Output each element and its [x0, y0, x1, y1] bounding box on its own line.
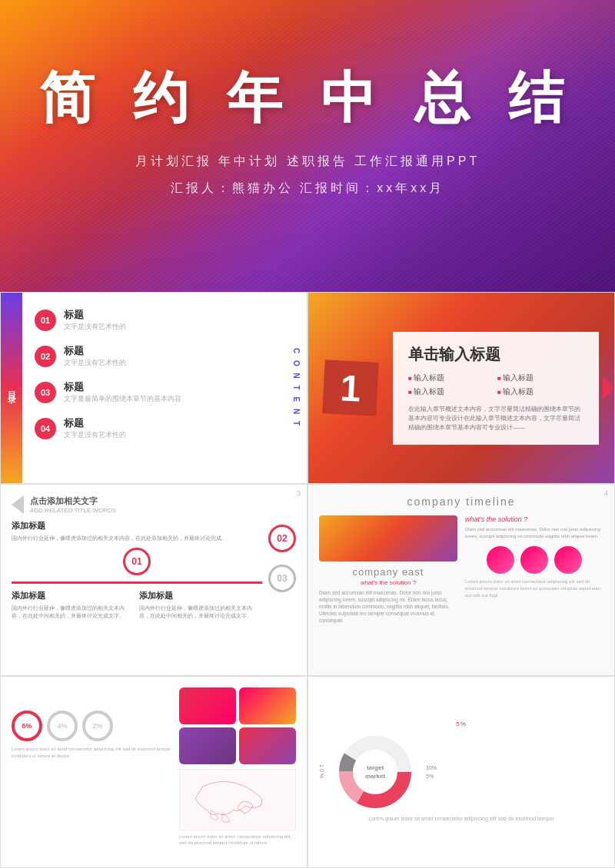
- slide5-footer-text: Lorem ipsum dolor sit amet, consectetur …: [179, 833, 296, 846]
- section-number-box: 1: [322, 359, 379, 416]
- circle-01: 01: [123, 548, 151, 575]
- toc-side-label: C O N T E N T: [292, 348, 301, 428]
- bullet-1: 输入标题: [408, 373, 494, 383]
- content-top-title: 点击添加相关文字: [30, 495, 116, 507]
- slide-market: 5% 10% target market 10% 5%: [308, 676, 615, 868]
- content-top-bar: 点击添加相关文字 ADD RELATED TITLE WORDS: [12, 495, 296, 514]
- donut-center-label: target market: [356, 764, 394, 780]
- map-svg: [180, 771, 295, 829]
- grid-icon-2: [239, 687, 296, 724]
- section-content: 单击输入标题 输入标题 输入标题 输入标题 输入标题 在此输入章节概述文本内容，…: [393, 332, 599, 445]
- section-bullets: 输入标题 输入标题 输入标题 输入标题: [408, 373, 583, 397]
- company-image: [319, 515, 457, 562]
- slide-toc: 目录 C O N T E N T 01 标题 文字是没有艺术性的 02 标题 文…: [0, 292, 308, 484]
- grid-icon-1: [179, 687, 236, 724]
- back-arrow-icon: [12, 495, 24, 514]
- toc-item-sub-3: 文字量最简单的围绕本章节的基本内容: [64, 394, 181, 404]
- circle-02: 02: [268, 525, 296, 552]
- section-number: 1: [339, 366, 362, 409]
- section-title: 单击输入标题: [408, 344, 583, 365]
- section-arrow: [603, 376, 614, 399]
- slide-timeline: 4 company timeline company east what's t…: [308, 484, 615, 676]
- toc-item-title-4: 标题: [64, 416, 126, 430]
- col2-title: 添加标题: [12, 590, 135, 601]
- toc-left-label: 目录: [6, 385, 18, 391]
- timeline-body: company east what's the solution ? Diam …: [319, 515, 603, 624]
- pink-circle-2: [520, 546, 548, 574]
- hero-title: 简 约 年 中 总 结: [0, 61, 615, 135]
- right-solution-text: Diam sed accumsan elit maecenas. Dolor n…: [465, 526, 603, 540]
- toc-item-1: 01 标题 文字是没有艺术性的: [35, 308, 294, 332]
- toc-item-title-1: 标题: [64, 308, 126, 322]
- col3-title: 添加标题: [139, 590, 262, 601]
- bullet-3: 输入标题: [408, 386, 494, 397]
- mkt-pct3: 5%: [426, 774, 437, 779]
- market-label-left: 10%: [319, 764, 324, 780]
- gauge-outer-2: 4%: [47, 711, 78, 741]
- hero-overlay: [0, 0, 615, 292]
- company-solution: what's the solution ?: [319, 579, 457, 586]
- timeline-right: what's the solution ? Diam sed accumsan …: [465, 515, 603, 624]
- data-right-col: Lorem ipsum dolor sit amet, consectetur …: [179, 687, 296, 856]
- gauge-outer-3: 2%: [82, 711, 113, 741]
- market-percent-top-left: 5%: [456, 721, 467, 727]
- hero-sub1: 月计划汇报 年中计划 述职报告 工作汇报通用PPT: [0, 154, 615, 170]
- col1-desc: 国内外行行业延伸，像喂虎添加过的相关文本内容，在此处添加相关的，并最终讨论完成。: [12, 535, 262, 543]
- gauge-val-2: 4%: [57, 722, 67, 730]
- content-layout: 添加标题 国内外行行业延伸，像喂虎添加过的相关文本内容，在此处添加相关的，并最终…: [12, 520, 296, 621]
- toc-num-4: 04: [35, 418, 56, 439]
- data-gauges-col: 6% 4% 2% Lorem ipsum dolor sit amet cons…: [12, 687, 171, 856]
- timeline-title: company timeline: [319, 495, 603, 508]
- gauge-row: 6% 4% 2%: [12, 711, 171, 741]
- right-solution-label: what's the solution ?: [465, 515, 603, 523]
- gauge-outer-1: 6%: [12, 711, 42, 741]
- toc-item-4: 04 标题 文字是没有艺术性的: [35, 416, 294, 440]
- circle-03: 03: [268, 565, 296, 592]
- timeline-left: company east what's the solution ? Diam …: [319, 515, 457, 624]
- section-desc: 在此输入章节概述文本内容，文字尽量简洁精确的围绕本章节的基本内容可专业设计在此输…: [408, 405, 583, 432]
- gauge-desc: Lorem ipsum dolor sit amet consectetur a…: [12, 746, 171, 760]
- pink-circle-3: [554, 546, 582, 574]
- mkt-pct2: 10%: [426, 765, 437, 770]
- company-desc: Diam sed accumsan elit maecenas. Dolor n…: [319, 589, 457, 624]
- page-num-4: 4: [604, 489, 608, 497]
- bullet-2: 输入标题: [497, 373, 583, 383]
- slide-section1: 1 单击输入标题 输入标题 输入标题 输入标题 输入标题 在此输入章节概述文本内…: [308, 292, 615, 484]
- hero-section: 简 约 年 中 总 结 月计划汇报 年中计划 述职报告 工作汇报通用PPT 汇报…: [0, 0, 615, 292]
- toc-num-3: 03: [35, 382, 56, 403]
- col2-desc: 国内外行行业延伸，像喂虎添加过的相关文本内容，在此处中间相关的，并最终讨论完成文…: [12, 605, 135, 621]
- gauge-1: 6%: [12, 711, 42, 741]
- toc-left-bar: 目录: [1, 293, 22, 483]
- col2-wrap: 添加标题 国内外行行业延伸，像喂虎添加过的相关文本内容，在此处中间相关的，并最终…: [12, 590, 135, 621]
- grid-icon-3: [179, 727, 236, 764]
- donut-chart: target market: [337, 734, 414, 810]
- bullet-4: 输入标题: [497, 386, 583, 397]
- content-col1: 添加标题 国内外行行业延伸，像喂虎添加过的相关文本内容，在此处添加相关的，并最终…: [12, 520, 262, 621]
- red-divider: [12, 581, 262, 584]
- market-right-labels: 10% 5%: [426, 765, 437, 779]
- toc-item-sub-2: 文字是没有艺术性的: [64, 358, 126, 368]
- toc-item-sub-1: 文字是没有艺术性的: [64, 322, 126, 332]
- circles-row: [465, 546, 603, 574]
- market-desc: Lorem ipsum dolor sit amet consectetur a…: [368, 815, 554, 823]
- circles-col: 02 03: [268, 520, 296, 621]
- gauge-val-3: 2%: [92, 722, 102, 730]
- slides-grid: 目录 C O N T E N T 01 标题 文字是没有艺术性的 02 标题 文…: [0, 292, 615, 868]
- toc-content: C O N T E N T 01 标题 文字是没有艺术性的 02 标题 文字是没…: [22, 293, 307, 483]
- page-num-3: 3: [297, 489, 301, 497]
- map-area: [179, 769, 296, 830]
- col1-title: 添加标题: [12, 520, 262, 532]
- toc-item-2: 02 标题 文字是没有艺术性的: [35, 344, 294, 368]
- market-row: 10% target market 10% 5%: [319, 734, 603, 810]
- bottom-row: 添加标题 国内外行行业延伸，像喂虎添加过的相关文本内容，在此处中间相关的，并最终…: [12, 590, 262, 621]
- gauge-2: 4%: [47, 711, 78, 741]
- hero-sub2: 汇报人：熊猫办公 汇报时间：xx年xx月: [0, 181, 615, 197]
- slide-data: 6% 4% 2% Lorem ipsum dolor sit amet cons…: [0, 676, 308, 868]
- toc-num-2: 02: [35, 346, 56, 367]
- content-top-sub: ADD RELATED TITLE WORDS: [30, 507, 116, 514]
- company-east-label: company east: [319, 566, 457, 578]
- toc-item-sub-4: 文字是没有艺术性的: [64, 430, 126, 440]
- icons-grid: [179, 687, 296, 764]
- col3-desc: 国内外行行业延伸，像喂虎添加过的相关文本内容，在此处中间相关的，并最终讨论完成文…: [139, 605, 262, 621]
- toc-item-title-2: 标题: [64, 344, 126, 358]
